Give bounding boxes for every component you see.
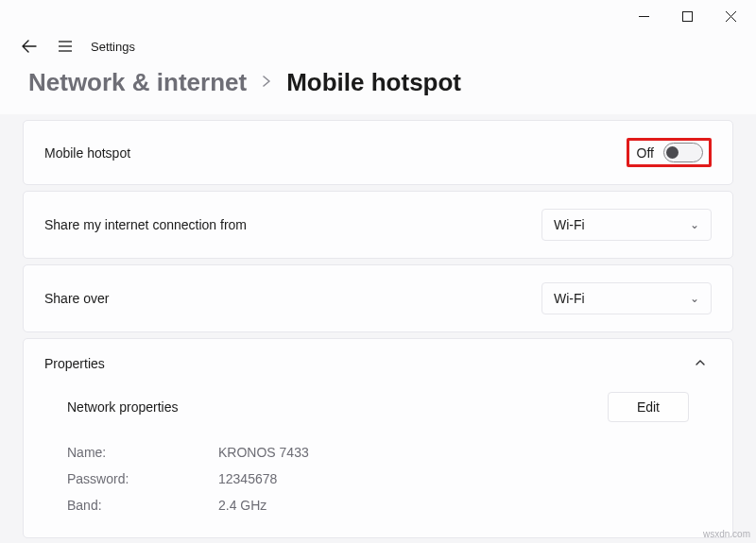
properties-panel: Properties Network properties Edit Name:… bbox=[23, 338, 733, 538]
edit-button[interactable]: Edit bbox=[608, 392, 689, 422]
share-from-value: Wi-Fi bbox=[554, 217, 585, 232]
close-button[interactable] bbox=[709, 2, 752, 30]
properties-section-label: Properties bbox=[44, 356, 681, 371]
hotspot-toggle[interactable] bbox=[663, 143, 703, 162]
toggle-knob bbox=[666, 146, 679, 159]
name-label: Name: bbox=[67, 445, 218, 460]
band-value: 2.4 GHz bbox=[218, 498, 266, 513]
chevron-down-icon: ⌄ bbox=[690, 292, 699, 305]
hotspot-toggle-highlight: Off bbox=[627, 138, 712, 167]
share-over-value: Wi-Fi bbox=[554, 291, 585, 306]
mobile-hotspot-panel: Mobile hotspot Off bbox=[23, 120, 733, 185]
minimize-icon bbox=[639, 11, 649, 22]
maximize-button[interactable] bbox=[665, 2, 709, 30]
chevron-down-icon: ⌄ bbox=[690, 218, 699, 231]
chevron-up-icon bbox=[695, 356, 712, 371]
share-from-label: Share my internet connection from bbox=[44, 217, 528, 232]
maximize-icon bbox=[682, 11, 693, 22]
app-title: Settings bbox=[91, 40, 135, 54]
back-button[interactable] bbox=[17, 34, 42, 59]
share-over-select[interactable]: Wi-Fi ⌄ bbox=[541, 282, 712, 314]
share-from-panel: Share my internet connection from Wi-Fi … bbox=[23, 191, 733, 259]
chevron-right-icon bbox=[260, 75, 273, 91]
hotspot-state-text: Off bbox=[637, 145, 654, 161]
property-row-password: Password: 12345678 bbox=[67, 466, 689, 492]
breadcrumb: Network & internet Mobile hotspot bbox=[0, 60, 756, 114]
watermark: wsxdn.com bbox=[703, 529, 750, 539]
header-row: Settings bbox=[0, 32, 756, 60]
share-over-panel: Share over Wi-Fi ⌄ bbox=[23, 264, 733, 332]
network-properties-header: Network properties bbox=[67, 399, 179, 415]
properties-header-row[interactable]: Properties bbox=[24, 339, 732, 388]
window-titlebar bbox=[0, 0, 756, 32]
mobile-hotspot-label: Mobile hotspot bbox=[44, 145, 613, 161]
menu-button[interactable] bbox=[53, 34, 77, 59]
property-row-name: Name: KRONOS 7433 bbox=[67, 439, 689, 466]
minimize-button[interactable] bbox=[622, 2, 665, 30]
back-arrow-icon bbox=[21, 38, 38, 55]
band-label: Band: bbox=[67, 498, 218, 513]
svg-rect-1 bbox=[682, 11, 692, 21]
breadcrumb-current: Mobile hotspot bbox=[286, 68, 461, 97]
close-icon bbox=[726, 11, 736, 22]
property-row-band: Band: 2.4 GHz bbox=[67, 492, 689, 518]
breadcrumb-parent[interactable]: Network & internet bbox=[28, 68, 247, 97]
name-value: KRONOS 7433 bbox=[218, 445, 309, 460]
password-label: Password: bbox=[67, 471, 218, 486]
hamburger-icon bbox=[57, 38, 74, 55]
password-value: 12345678 bbox=[218, 471, 277, 486]
share-from-select[interactable]: Wi-Fi ⌄ bbox=[541, 209, 712, 241]
share-over-label: Share over bbox=[44, 291, 528, 306]
